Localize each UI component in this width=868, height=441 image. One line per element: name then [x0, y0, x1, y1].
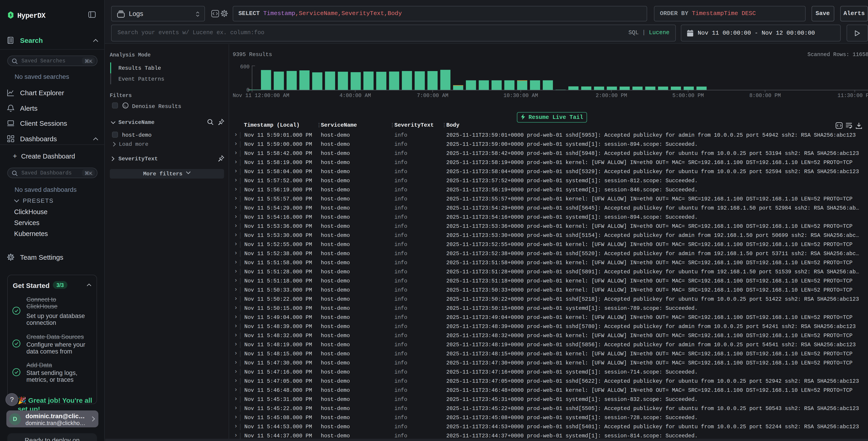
- svg-text:4:00:00 AM: 4:00:00 AM: [340, 93, 371, 99]
- svg-text:11:30:00 PM: 11:30:00 PM: [837, 93, 868, 99]
- svg-text:8:00:00 PM: 8:00:00 PM: [749, 93, 781, 99]
- svg-text:2:00:00 PM: 2:00:00 PM: [596, 93, 627, 99]
- svg-text:10:30:00 AM: 10:30:00 AM: [503, 93, 538, 99]
- svg-text:0: 0: [246, 87, 250, 93]
- svg-text:600: 600: [240, 64, 250, 70]
- svg-text:Nov 11 12:00:00 AM: Nov 11 12:00:00 AM: [233, 93, 289, 99]
- svg-text:5:00:00 PM: 5:00:00 PM: [673, 93, 704, 99]
- svg-text:7:00:00 AM: 7:00:00 AM: [417, 93, 448, 99]
